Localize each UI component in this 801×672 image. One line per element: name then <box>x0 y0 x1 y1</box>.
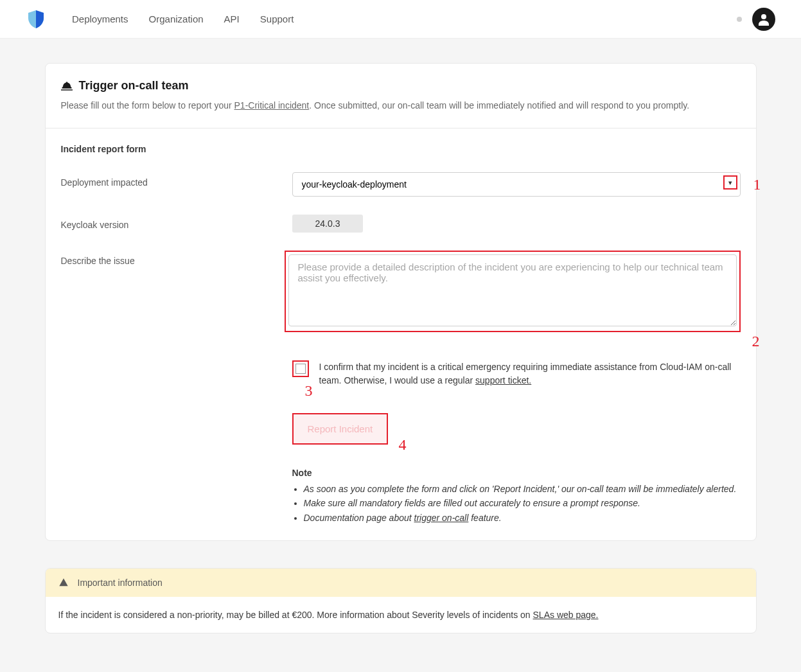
nav-deployments[interactable]: Deployments <box>72 13 128 24</box>
notes-section: Note As soon as you complete the form an… <box>292 468 741 525</box>
deployment-select-wrapper: ▾ <box>292 172 741 197</box>
note3-before: Documentation page about <box>304 513 414 523</box>
page-title: Trigger on-call team <box>61 79 741 93</box>
report-incident-button[interactable]: Report Incident <box>294 414 387 443</box>
deployment-row: Deployment impacted ▾ 1 <box>61 172 741 197</box>
trigger-oncall-link[interactable]: trigger on-call <box>414 513 469 523</box>
info-body-before: If the incident is considered a non-prio… <box>58 610 533 620</box>
version-row: Keycloak version 24.0.3 <box>61 215 741 233</box>
form-section-title: Incident report form <box>61 144 741 154</box>
deployment-label: Deployment impacted <box>61 172 292 197</box>
subtitle-before: Please fill out the form below to report… <box>61 100 234 111</box>
chevron-down-icon[interactable]: ▾ <box>723 175 737 190</box>
top-navigation: Deployments Organization API Support <box>0 0 801 39</box>
app-logo[interactable] <box>26 9 46 30</box>
shield-logo-icon <box>26 9 46 30</box>
nav-links: Deployments Organization API Support <box>72 13 737 24</box>
deployment-select[interactable] <box>292 172 741 197</box>
describe-row: Describe the issue 2 <box>53 251 741 332</box>
important-info-card: Important information If the incident is… <box>45 568 757 633</box>
user-icon <box>756 12 771 27</box>
confirm-row: I confirm that my incident is a critical… <box>292 360 741 387</box>
bell-icon <box>61 82 73 91</box>
submit-highlight: Report Incident <box>292 413 389 445</box>
describe-label: Describe the issue <box>53 251 285 332</box>
confirm-checkbox-highlight <box>292 360 309 377</box>
note3-after: feature. <box>468 513 501 523</box>
note-item-3: Documentation page about trigger on-call… <box>304 511 741 525</box>
notes-title: Note <box>292 468 741 478</box>
describe-highlight <box>285 251 741 332</box>
warning-icon <box>58 578 69 588</box>
confirm-label: I confirm that my incident is a critical… <box>319 360 741 387</box>
confirm-checkbox[interactable] <box>295 364 306 374</box>
svg-point-0 <box>761 14 766 19</box>
info-body: If the incident is considered a non-prio… <box>46 597 756 633</box>
info-header: Important information <box>46 569 756 597</box>
nav-api[interactable]: API <box>224 13 240 24</box>
card-body: Incident report form Deployment impacted… <box>46 128 756 540</box>
page-title-text: Trigger on-call team <box>79 79 189 93</box>
support-ticket-link[interactable]: support ticket. <box>475 375 531 385</box>
nav-support[interactable]: Support <box>260 13 294 24</box>
annotation-1: 1 <box>753 176 761 193</box>
nav-organization[interactable]: Organization <box>149 13 204 24</box>
version-value: 24.0.3 <box>292 215 364 233</box>
incident-form-card: Trigger on-call team Please fill out the… <box>45 63 757 541</box>
nav-right <box>737 8 775 31</box>
annotation-2: 2 <box>752 333 760 350</box>
note-item-2: Make sure all mandatory fields are fille… <box>304 496 741 510</box>
annotation-4: 4 <box>399 436 407 454</box>
note-item-1: As soon as you complete the form and cli… <box>304 482 741 496</box>
card-header: Trigger on-call team Please fill out the… <box>46 64 756 128</box>
page-subtitle: Please fill out the form below to report… <box>61 99 741 112</box>
annotation-3: 3 <box>305 382 313 400</box>
slas-link[interactable]: SLAs web page. <box>533 610 599 620</box>
p1-critical-link[interactable]: P1-Critical incident <box>234 100 310 111</box>
subtitle-after: . Once submitted, our on-call team will … <box>309 100 689 111</box>
user-avatar[interactable] <box>752 8 775 31</box>
describe-textarea[interactable] <box>288 254 737 326</box>
version-label: Keycloak version <box>61 215 292 233</box>
status-indicator <box>737 17 742 22</box>
info-header-text: Important information <box>78 578 163 588</box>
